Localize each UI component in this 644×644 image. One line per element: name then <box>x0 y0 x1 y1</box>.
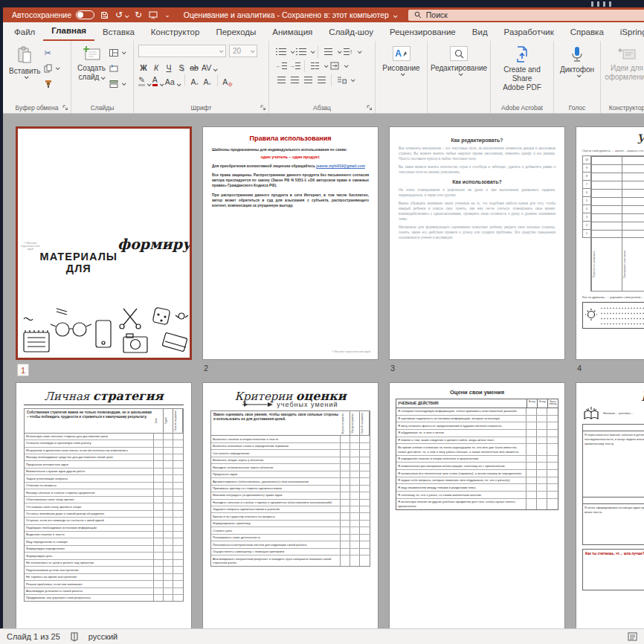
increase-indent-icon <box>295 62 300 69</box>
bullets-button[interactable] <box>275 46 287 57</box>
start-slideshow-icon[interactable] <box>149 11 158 19</box>
slide-thumbnail-1[interactable]: © Магазин педагогических идей МАТЕРИАЛЫ … <box>16 126 192 360</box>
italic-button[interactable]: К <box>151 60 161 71</box>
strikethrough-button[interactable]: ab <box>189 60 199 71</box>
slide8-intro: Напиши… ученико… <box>603 411 634 416</box>
align-left-button[interactable] <box>275 74 287 86</box>
scale-number: 1 <box>583 230 590 238</box>
ribbon-tab[interactable]: Разработчик <box>496 24 562 41</box>
quick-access-overflow-icon[interactable]: ⌄ <box>164 11 170 19</box>
grow-font-button[interactable]: А˄ <box>190 75 200 86</box>
clipboard-dialog-launcher-icon[interactable] <box>62 105 68 111</box>
slide-layout-button[interactable] <box>109 47 125 59</box>
undo-icon[interactable]: ↺ <box>115 10 128 20</box>
slide-thumbnail-6[interactable]: Критерии оценки учебных умений Важно оце… <box>202 382 379 628</box>
ribbon-tab[interactable]: Анимация <box>264 24 321 41</box>
cut-button[interactable]: ✂ <box>44 47 59 59</box>
save-icon[interactable] <box>100 11 109 19</box>
criteria-row: Планировать свою деятельность <box>211 535 370 541</box>
underline-button[interactable]: Ч <box>164 60 174 71</box>
character-spacing-button[interactable]: AV <box>202 60 216 71</box>
create-pdf-button[interactable]: Create and Share Adobe PDF <box>493 45 551 94</box>
action-row: Я могу отличить факты от предположений и… <box>396 422 558 430</box>
reset-slide-button[interactable] <box>109 62 125 74</box>
format-painter-button[interactable] <box>44 78 59 90</box>
smartart-button[interactable] <box>335 74 347 86</box>
autosave-toggle[interactable] <box>76 10 94 19</box>
font-name-select[interactable] <box>138 45 226 57</box>
copy-button[interactable] <box>44 62 59 74</box>
paste-button[interactable]: Вставить <box>5 45 44 90</box>
ribbon-tab[interactable]: Файл <box>6 24 43 41</box>
slide3-heading: Как использовать? <box>399 179 556 184</box>
slide-thumbnail-4[interactable]: Уровень Оцени свой уровень … шкале – зак… <box>576 126 644 360</box>
ribbon-tab[interactable]: Вид <box>464 24 496 41</box>
shrink-font-button[interactable]: А˅ <box>202 75 213 86</box>
editing-button[interactable]: Редактирование <box>430 45 488 77</box>
redo-icon[interactable]: ↻ <box>135 10 142 20</box>
slide-thumbnail-2[interactable]: Правила использования Шаблоны предназнач… <box>202 126 379 360</box>
ribbon-tab[interactable]: Рецензирование <box>381 24 464 41</box>
window-frame-top <box>0 0 644 7</box>
new-slide-button[interactable]: Создать слайд <box>74 45 109 90</box>
ribbon-tab[interactable]: Переходы <box>207 24 264 41</box>
change-case-button[interactable]: Аа <box>165 75 180 86</box>
ribbon-tab[interactable]: Слайд-шоу <box>321 24 381 41</box>
doodle-illustration <box>18 298 190 358</box>
font-color-button[interactable]: А <box>152 75 163 86</box>
line-spacing-button[interactable] <box>322 46 334 57</box>
slide-thumbnail-5[interactable]: Личная стратегия Собственная стратегия в… <box>16 382 192 628</box>
language-indicator[interactable]: русский <box>88 632 117 641</box>
dictate-button[interactable]: Диктофон <box>556 45 598 79</box>
criteria-row: Аргументировать (обосновывать, доказыват… <box>211 478 370 485</box>
align-left-icon <box>277 77 286 83</box>
numbering-button[interactable] <box>295 46 307 57</box>
slide-thumbnail-7[interactable]: Оцени свои умения УЧЕБНЫЕ ДЕЙСТВИЯ Всегд… <box>389 382 565 628</box>
text-direction-button[interactable] <box>329 60 341 71</box>
highlighter-icon: ✎ <box>138 76 145 86</box>
microphone-icon <box>571 46 583 62</box>
rating-column-header: Пока НЕ получается <box>360 411 370 435</box>
paragraph-dialog-launcher-icon[interactable] <box>367 105 373 111</box>
text-shadow-button[interactable]: S <box>176 60 187 71</box>
rating-column-header: Хорошо получается <box>341 411 350 435</box>
ribbon-tab[interactable]: Вставка <box>94 24 143 41</box>
align-right-button[interactable] <box>302 74 314 86</box>
frequency-column-header: Нужна помощь <box>547 399 558 408</box>
strategy-row: Формулирую определения <box>25 546 183 553</box>
font-dialog-launcher-icon[interactable] <box>260 105 266 111</box>
clear-formatting-button[interactable]: А <box>222 75 233 86</box>
font-size-select[interactable]: 20 <box>229 45 257 57</box>
ribbon-tab[interactable]: Справка <box>562 24 612 41</box>
ribbon-tab[interactable]: Конструктор <box>143 24 208 41</box>
slide2-title: Правила использования <box>212 135 369 142</box>
slide-thumbnail-8[interactable]: Работа Напиши… ученико… Пере… Я пересказ… <box>576 382 644 628</box>
scale-number: 8 <box>583 173 590 181</box>
sort-icon <box>344 48 350 55</box>
slide-thumbnail-3[interactable]: Как редактировать? Все элементы материал… <box>389 126 565 360</box>
bold-button[interactable]: Ж <box>138 60 149 71</box>
slide7-table: УЧЕБНЫЕ ДЕЙСТВИЯ ВсегдаИногдаНужна помощ… <box>396 399 558 510</box>
rating-grid-cells <box>591 156 644 238</box>
ribbon-tab[interactable]: Главная <box>43 22 94 41</box>
justify-button[interactable] <box>315 74 327 86</box>
columns-icon <box>311 62 315 69</box>
highlight-button[interactable]: ✎ <box>138 75 150 86</box>
increase-indent-button[interactable]: → <box>289 60 300 71</box>
slide3-paragraph: Материалы для формирующего оценивания по… <box>399 225 556 240</box>
ribbon-tab[interactable]: iSpring <box>612 24 644 41</box>
decrease-indent-button[interactable]: ← <box>275 60 287 71</box>
drawing-button[interactable]: A Рисование <box>378 45 425 77</box>
document-title[interactable]: Оценивание и аналитика - Сохранено в: эт… <box>184 10 396 19</box>
notes-view-icon[interactable] <box>628 632 637 641</box>
slide6-columns: Хорошо получаетсяИногда получаетсяПока Н… <box>341 411 370 435</box>
slide6-table: Выявлять главное и второстепенное в текс… <box>210 435 370 567</box>
design-ideas-button[interactable]: Идеи для оформления <box>603 45 644 83</box>
criteria-row: Осуществлять самооценку с помощью критер… <box>211 549 370 556</box>
sort-button[interactable]: ↕ <box>342 46 354 57</box>
search-input[interactable]: Поиск <box>408 10 644 21</box>
align-center-button[interactable] <box>289 74 300 86</box>
section-button[interactable] <box>109 78 125 90</box>
spell-check-icon[interactable] <box>70 632 79 642</box>
columns-button[interactable] <box>309 60 321 71</box>
